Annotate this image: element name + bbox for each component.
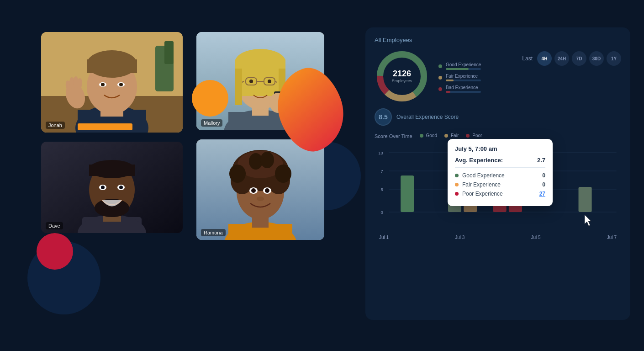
dave-avatar [41,142,183,233]
chart-tooltip: July 5, 7:00 am Avg. Experience: 2.7 Goo… [448,139,553,206]
chart-legend-label-poor: Poor [472,133,482,138]
score-row: 8.5 Overall Experience Score [375,108,621,126]
bar-jul7-good [579,187,592,212]
chart-legend-dot-good [420,134,423,138]
tooltip-dot-poor [455,192,459,196]
tooltip-val-fair: 0 [542,181,545,188]
legend-label-bad: Bad Experience [446,85,481,90]
stats-left: 2126 Employees Good Experience [375,49,481,104]
chart-legend-dot-poor [466,134,470,138]
x-label-jul5: Jul 5 [531,235,541,240]
legend-dot-good [438,64,442,68]
tooltip-label-fair: Fair Experience [462,181,501,188]
legend-bar-fair: Fair Experience [446,74,481,81]
svg-point-31 [101,186,105,189]
donut-value: 2126 [392,69,412,78]
legend-dot-fair [438,76,442,80]
svg-point-62 [229,165,246,183]
dave-label: Dave [46,222,63,229]
bar-chart: 10 7 5 0 Jul 1 Jul 3 Jul 5 J [375,148,621,239]
legend-item-bad: Bad Experience [438,85,481,93]
tooltip-dot-fair [455,183,459,186]
legend-bar-fill-good [446,68,469,70]
tooltip-row-poor: Poor Experience 27 [455,191,545,197]
donut-center: 2126 Employees [392,69,412,83]
chart-section: Score Over Time Good Fair Poor [375,133,621,239]
svg-rect-18 [164,41,174,64]
time-btn-1y[interactable]: 1Y [607,51,621,66]
video-tile-dave: Dave [41,142,183,233]
legend-dot-bad [438,87,442,91]
x-label-jul1: Jul 1 [379,235,389,240]
legend-bar-bg-fair [446,80,481,81]
donut-sub: Employees [392,79,412,83]
legend: Good Experience Fair Experience [438,60,481,93]
video-tile-jonah: Jonah [41,32,183,133]
svg-point-48 [249,80,253,83]
svg-text:7: 7 [381,169,383,174]
tooltip-val-poor[interactable]: 27 [539,191,545,197]
chart-legend-label-fair: Fair [451,133,459,138]
tooltip-val-good: 0 [542,172,545,179]
svg-text:10: 10 [378,151,383,155]
video-tile-ramona: Ramona [196,139,324,240]
svg-rect-19 [78,123,132,130]
decorative-orange-blob [192,80,228,117]
legend-item-fair: Fair Experience [438,74,481,81]
tooltip-row-good-left: Good Experience [455,172,505,179]
svg-point-68 [251,188,256,193]
mallory-label: Mallory [201,119,222,127]
legend-bar-good: Good Experience [446,62,481,70]
time-btn-4h[interactable]: 4H [537,51,552,66]
tooltip-avg-label: Avg. Experience: [455,157,503,164]
donut-chart: 2126 Employees [375,49,429,104]
svg-point-49 [268,80,271,83]
chart-legend-dot-fair [444,134,448,138]
tooltip-row-fair: Fair Experience 0 [455,181,545,188]
x-label-jul7: Jul 7 [607,235,617,240]
legend-label-fair: Fair Experience [446,74,481,79]
svg-point-11 [119,83,123,86]
ramona-avatar [196,139,324,240]
svg-point-69 [265,188,269,193]
tooltip-label-poor: Poor Experience [462,191,503,197]
svg-point-10 [101,83,105,86]
time-filter[interactable]: Last 4H 24H 7D 30D 1Y [522,49,621,66]
legend-item-good: Good Experience [438,62,481,70]
tooltip-label-good: Good Experience [462,172,505,179]
svg-rect-7 [87,59,137,73]
chart-legend-fair: Fair [444,133,459,138]
legend-label-good: Good Experience [446,62,481,67]
time-filter-label: Last [522,55,533,62]
chart-legend-label-good: Good [426,133,437,138]
time-btn-24h[interactable]: 24H [554,51,569,66]
legend-bar-bad: Bad Experience [446,85,481,93]
time-btn-7d[interactable]: 7D [572,51,586,66]
tooltip-row-fair-left: Fair Experience [455,181,501,188]
tooltip-dot-good [455,174,459,177]
tooltip-date: July 5, 7:00 am [455,145,545,152]
all-employees-label: All Employees [375,37,621,43]
legend-bar-fill-bad [446,91,450,93]
svg-rect-41 [235,69,242,105]
jonah-label: Jonah [46,122,65,129]
score-label: Overall Experience Score [396,114,459,120]
svg-text:5: 5 [381,187,383,192]
chart-legend-good: Good [420,133,437,138]
svg-text:0: 0 [381,210,383,215]
x-label-jul3: Jul 3 [455,235,465,240]
bar-jul1-good [401,176,414,212]
tooltip-row-good: Good Experience 0 [455,172,545,179]
video-panel: Jonah [27,27,365,324]
dashboard-panel: All Employees 2126 Employees [365,27,630,320]
legend-bar-bg-bad [446,91,481,93]
svg-rect-40 [235,59,285,96]
svg-point-65 [260,152,274,168]
stats-top-row: 2126 Employees Good Experience [375,49,621,104]
tooltip-avg: Avg. Experience: 2.7 [455,157,545,168]
time-btn-30d[interactable]: 30D [589,51,604,66]
jonah-avatar [41,32,183,133]
tooltip-row-poor-left: Poor Experience [455,191,503,197]
svg-point-32 [119,186,123,189]
decorative-red-blob [37,233,73,270]
